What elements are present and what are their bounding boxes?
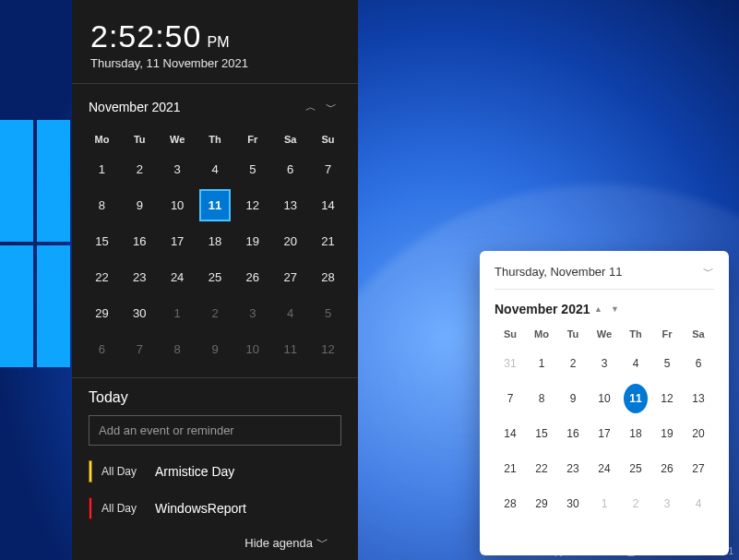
prev-month-button[interactable]: ︿ xyxy=(301,97,321,117)
calendar-day[interactable]: 9 xyxy=(124,189,156,221)
calendar-day[interactable]: 10 xyxy=(236,333,268,365)
calendar-day[interactable]: 16 xyxy=(561,419,585,448)
calendar-day[interactable]: 2 xyxy=(124,153,156,185)
calendar-day[interactable]: 6 xyxy=(274,153,306,185)
calendar-day[interactable]: 18 xyxy=(624,419,648,448)
calendar-day[interactable]: 22 xyxy=(86,261,118,293)
calendar-day[interactable]: 2 xyxy=(624,489,648,518)
calendar-day[interactable]: 26 xyxy=(236,261,268,293)
calendar-day[interactable]: 17 xyxy=(592,419,616,448)
calendar-flyout-dark: 2:52:50 PM Thursday, 11 November 2021 No… xyxy=(72,0,358,560)
calendar-day[interactable]: 25 xyxy=(624,454,648,483)
calendar-day[interactable]: 1 xyxy=(86,153,118,185)
calendar-day[interactable]: 27 xyxy=(274,261,306,293)
add-event-input[interactable] xyxy=(89,415,341,446)
calendar-day[interactable]: 20 xyxy=(686,419,710,448)
calendar-day[interactable]: 13 xyxy=(274,189,306,221)
calendar-day[interactable]: 1 xyxy=(530,349,554,378)
calendar-day[interactable]: 31 xyxy=(498,349,522,378)
prev-month-button-light[interactable]: ▲ xyxy=(590,301,607,317)
calendar-day[interactable]: 23 xyxy=(124,261,156,293)
light-date-row: Thursday, November 11 ﹀ xyxy=(495,264,714,290)
calendar-day[interactable]: 24 xyxy=(592,454,616,483)
calendar-day[interactable]: 14 xyxy=(498,419,522,448)
calendar-day[interactable]: 26 xyxy=(655,454,679,483)
event-label: Armistice Day xyxy=(155,464,234,479)
calendar-day[interactable]: 5 xyxy=(312,297,344,329)
month-label[interactable]: November 2021 xyxy=(89,100,181,114)
calendar-day[interactable]: 3 xyxy=(161,153,194,185)
calendar-day[interactable]: 7 xyxy=(124,333,156,365)
event-label: WindowsReport xyxy=(155,501,246,516)
clock-time: 2:52:50 xyxy=(90,18,201,54)
calendar-day[interactable]: 28 xyxy=(498,489,522,518)
event-time: All Day xyxy=(101,502,148,515)
calendar-flyout-light: Thursday, November 11 ﹀ November 2021 ▲ … xyxy=(480,251,729,555)
calendar-day[interactable]: 4 xyxy=(686,489,710,518)
calendar-day[interactable]: 4 xyxy=(274,297,306,329)
next-month-button-light[interactable]: ▼ xyxy=(607,301,624,317)
calendar-day[interactable]: 10 xyxy=(592,384,616,413)
light-date-label: Thursday, November 11 xyxy=(495,265,623,279)
calendar-day[interactable]: 10 xyxy=(161,189,194,221)
calendar-day[interactable]: 3 xyxy=(236,297,268,329)
calendar-day[interactable]: 4 xyxy=(199,153,232,185)
calendar-day[interactable]: 22 xyxy=(530,454,554,483)
calendar-day[interactable]: 6 xyxy=(686,349,710,378)
calendar-day[interactable]: 30 xyxy=(124,297,156,329)
calendar-day[interactable]: 5 xyxy=(236,153,268,185)
calendar-day[interactable]: 7 xyxy=(498,384,522,413)
calendar-day[interactable]: 23 xyxy=(561,454,585,483)
calendar-day[interactable]: 12 xyxy=(655,384,679,413)
calendar-day[interactable]: 28 xyxy=(312,261,344,293)
calendar-day[interactable]: 14 xyxy=(312,189,344,221)
calendar-day[interactable]: 7 xyxy=(312,153,344,185)
calendar-day[interactable]: 16 xyxy=(124,225,156,257)
calendar-day[interactable]: 24 xyxy=(161,261,194,293)
calendar-day[interactable]: 29 xyxy=(530,489,554,518)
calendar-day[interactable]: 5 xyxy=(655,349,679,378)
collapse-button[interactable]: ﹀ xyxy=(703,264,714,280)
calendar-day[interactable]: 12 xyxy=(312,333,344,365)
calendar-day[interactable]: 15 xyxy=(86,225,118,257)
calendar-day[interactable]: 21 xyxy=(312,225,344,257)
calendar-day[interactable]: 15 xyxy=(530,419,554,448)
calendar-day[interactable]: 3 xyxy=(592,349,616,378)
calendar-day[interactable]: 6 xyxy=(86,333,118,365)
calendar-day[interactable]: 8 xyxy=(86,189,118,221)
calendar-day[interactable]: 25 xyxy=(199,261,232,293)
calendar-day[interactable]: 17 xyxy=(161,225,194,257)
agenda-event[interactable]: All DayArmistice Day xyxy=(89,460,341,483)
event-color-bar xyxy=(89,460,92,483)
calendar-day[interactable]: 18 xyxy=(199,225,232,257)
calendar-day[interactable]: 9 xyxy=(561,384,585,413)
calendar-day[interactable]: 2 xyxy=(561,349,585,378)
calendar-day[interactable]: 19 xyxy=(655,419,679,448)
calendar-day[interactable]: 11 xyxy=(624,384,648,413)
event-time: All Day xyxy=(101,465,148,478)
calendar-day[interactable]: 1 xyxy=(592,489,616,518)
calendar-day[interactable]: 2 xyxy=(199,297,232,329)
light-month-label[interactable]: November 2021 xyxy=(495,302,590,316)
calendar-day[interactable]: 13 xyxy=(686,384,710,413)
calendar-day[interactable]: 3 xyxy=(655,489,679,518)
calendar-day[interactable]: 30 xyxy=(561,489,585,518)
calendar-day[interactable]: 8 xyxy=(161,333,194,365)
calendar-day[interactable]: 4 xyxy=(624,349,648,378)
calendar-day[interactable]: 11 xyxy=(274,333,306,365)
calendar-day[interactable]: 12 xyxy=(236,189,268,221)
event-color-bar xyxy=(89,497,92,519)
calendar-day[interactable]: 11 xyxy=(199,189,232,221)
agenda-event[interactable]: All DayWindowsReport xyxy=(89,497,341,519)
calendar-day[interactable]: 1 xyxy=(161,297,194,329)
calendar-day[interactable]: 21 xyxy=(498,454,522,483)
calendar-day[interactable]: 8 xyxy=(530,384,554,413)
agenda-title: Today xyxy=(89,389,341,406)
calendar-day[interactable]: 19 xyxy=(236,225,268,257)
next-month-button[interactable]: ﹀ xyxy=(321,97,341,117)
hide-agenda-button[interactable]: Hide agenda ﹀ xyxy=(244,534,328,551)
calendar-day[interactable]: 29 xyxy=(86,297,118,329)
calendar-day[interactable]: 9 xyxy=(199,333,232,365)
calendar-day[interactable]: 20 xyxy=(274,225,306,257)
calendar-day[interactable]: 27 xyxy=(686,454,710,483)
